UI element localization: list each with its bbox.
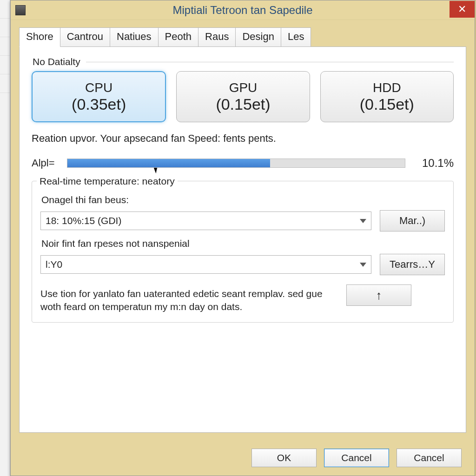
dialog-window: Miptiali Tetroon tan Sapedile ✕ Shore Ca… xyxy=(10,0,475,476)
window-title: Miptiali Tetroon tan Sapedile xyxy=(11,4,475,17)
tab-raus[interactable]: Raus xyxy=(198,27,236,46)
card-title: HDD xyxy=(373,80,401,95)
progress-bar[interactable] xyxy=(67,159,405,168)
arrow-up-icon: ↑ xyxy=(376,288,382,303)
row1-button[interactable]: Mar..) xyxy=(380,210,445,231)
card-hdd[interactable]: HDD (0.15et) xyxy=(320,71,454,122)
temperature-fieldset: Real-time temperature: neatory Onagel th… xyxy=(32,181,454,323)
hint-row: Use tion for yanlato fan uateranted edet… xyxy=(40,281,445,314)
tab-content: No Datialty CPU (0.35et) GPU (0.15et) HD… xyxy=(19,47,466,433)
row2-value: l:Y0 xyxy=(46,259,62,270)
titlebar[interactable]: Miptiali Tetroon tan Sapedile ✕ xyxy=(11,0,475,20)
hint-text: Use tion for yanlato fan uateranted edet… xyxy=(40,287,338,314)
row2-button[interactable]: Tearrs…Y xyxy=(380,254,445,275)
row2-label: Noir fint fan rpeses not nanspenial xyxy=(41,238,445,249)
chevron-down-icon xyxy=(360,219,366,223)
sensor-cards: CPU (0.35et) GPU (0.15et) HDD (0.15et) xyxy=(32,71,454,122)
progress-row: Alpl= 10.1% xyxy=(32,157,454,170)
description-text: Reation upvor. Your apsecand fan Speed: … xyxy=(32,132,454,145)
row1-combobox[interactable]: 18: 10%:15 (GDI) xyxy=(40,212,371,230)
row2-combobox[interactable]: l:Y0 xyxy=(40,255,371,274)
tab-natiues[interactable]: Natiues xyxy=(110,27,159,46)
chevron-down-icon xyxy=(360,263,366,267)
tab-strip: Shore Cantrou Natiues Peoth Raus Design … xyxy=(19,27,466,47)
row1-value: 18: 10%:15 (GDI) xyxy=(46,215,121,226)
group-header: No Datialty xyxy=(33,56,454,67)
progress-fill xyxy=(67,159,270,167)
tab-design[interactable]: Design xyxy=(235,27,281,46)
fieldset-legend: Real-time temperature: neatory xyxy=(37,176,178,187)
progress-label: Alpl= xyxy=(32,157,60,169)
card-value: (0.15et) xyxy=(216,95,270,113)
card-value: (0.15et) xyxy=(360,95,414,113)
row1-label: Onagel thi fan beus: xyxy=(41,194,445,205)
dialog-button-bar: OK Cancel Cancel xyxy=(251,449,462,467)
cancel-button-2[interactable]: Cancel xyxy=(397,449,462,467)
tab-shore[interactable]: Shore xyxy=(19,27,60,47)
ok-button[interactable]: OK xyxy=(251,449,317,467)
client-area: Shore Cantrou Natiues Peoth Raus Design … xyxy=(11,20,475,433)
tab-les[interactable]: Les xyxy=(281,27,311,46)
progress-percent: 10.1% xyxy=(412,157,454,170)
tab-cantrou[interactable]: Cantrou xyxy=(60,27,110,46)
row2: l:Y0 Tearrs…Y xyxy=(40,254,445,275)
card-title: GPU xyxy=(229,80,258,95)
up-arrow-button[interactable]: ↑ xyxy=(346,284,411,306)
card-title: CPU xyxy=(85,80,112,95)
tab-peoth[interactable]: Peoth xyxy=(158,27,199,46)
row1: 18: 10%:15 (GDI) Mar..) xyxy=(40,210,445,231)
cancel-button[interactable]: Cancel xyxy=(324,449,389,467)
card-cpu[interactable]: CPU (0.35et) xyxy=(32,71,166,122)
left-background-strip xyxy=(0,0,10,476)
card-value: (0.35et) xyxy=(72,95,126,113)
card-gpu[interactable]: GPU (0.15et) xyxy=(176,71,310,122)
